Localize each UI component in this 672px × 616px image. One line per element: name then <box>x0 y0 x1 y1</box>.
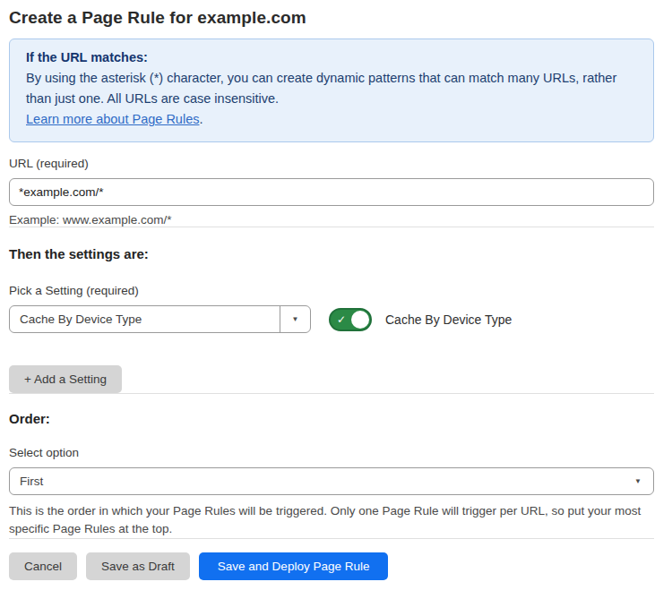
pick-setting-label: Pick a Setting (required) <box>9 284 654 297</box>
order-select-value: First <box>10 475 634 488</box>
add-setting-button[interactable]: + Add a Setting <box>9 365 122 393</box>
url-example-hint: Example: www.example.com/* <box>9 213 654 227</box>
url-input[interactable] <box>9 178 654 206</box>
cache-by-device-type-toggle[interactable]: ✓ <box>329 308 372 331</box>
order-section-heading: Order: <box>9 411 654 426</box>
chevron-down-icon: ▼ <box>292 316 299 323</box>
check-icon: ✓ <box>337 314 346 325</box>
footer-actions: Cancel Save as Draft Save and Deploy Pag… <box>9 552 654 580</box>
info-box-body: By using the asterisk (*) character, you… <box>26 68 637 109</box>
order-select-arrow: ▼ <box>634 478 653 485</box>
cancel-button[interactable]: Cancel <box>9 552 77 580</box>
chevron-down-icon: ▼ <box>634 478 642 485</box>
setting-select-arrow-button[interactable]: ▼ <box>280 306 310 332</box>
divider <box>9 393 654 394</box>
create-page-rule-form: Create a Page Rule for example.com If th… <box>9 8 654 580</box>
order-helper-text: This is the order in which your Page Rul… <box>9 502 650 538</box>
url-label: URL (required) <box>9 157 654 170</box>
setting-select-value: Cache By Device Type <box>10 312 280 326</box>
save-as-draft-button[interactable]: Save as Draft <box>86 552 190 580</box>
info-box-heading: If the URL matches: <box>26 50 637 64</box>
toggle-knob <box>351 311 369 329</box>
link-period: . <box>199 112 202 126</box>
setting-select[interactable]: Cache By Device Type ▼ <box>9 305 311 333</box>
learn-more-link[interactable]: Learn more about Page Rules <box>26 112 199 126</box>
settings-section-heading: Then the settings are: <box>9 246 654 261</box>
page-title: Create a Page Rule for example.com <box>9 8 654 28</box>
save-and-deploy-button[interactable]: Save and Deploy Page Rule <box>199 552 389 580</box>
toggle-label: Cache By Device Type <box>385 312 512 327</box>
setting-row: Cache By Device Type ▼ ✓ Cache By Device… <box>9 305 654 333</box>
url-match-info-box: If the URL matches: By using the asteris… <box>9 38 654 142</box>
order-select-label: Select option <box>9 446 654 459</box>
divider <box>9 227 654 227</box>
info-box-link-line: Learn more about Page Rules. <box>26 109 637 130</box>
divider <box>9 538 654 539</box>
order-select[interactable]: First ▼ <box>9 467 654 495</box>
